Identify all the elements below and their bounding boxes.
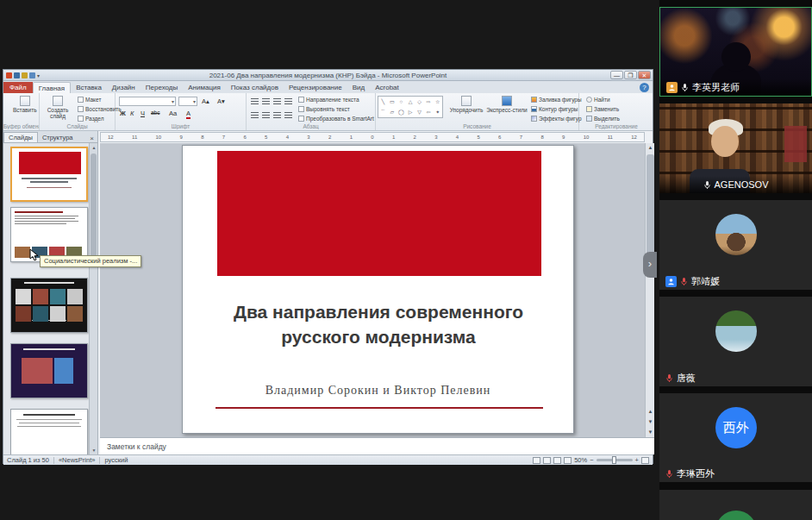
- indent-increase-icon[interactable]: [284, 98, 292, 104]
- notes-pane[interactable]: Заметки к слайду: [100, 437, 654, 454]
- paste-button[interactable]: Вставить: [13, 96, 37, 113]
- ribbon-tab[interactable]: Вставка: [71, 82, 107, 93]
- shape-icon[interactable]: ▷: [406, 107, 415, 117]
- slide-thumbnail-4[interactable]: [10, 343, 88, 398]
- title-bar[interactable]: ▾ 2021-06 Два направления модернизма (КН…: [3, 70, 653, 81]
- scrollbar-thumb[interactable]: [91, 153, 97, 257]
- reading-view-icon[interactable]: [553, 457, 561, 464]
- thumbnail-scrollbar[interactable]: ▲ ▼: [89, 143, 97, 454]
- section-button[interactable]: Раздел: [78, 116, 103, 122]
- italic-button[interactable]: К: [130, 110, 134, 117]
- zoom-in-icon[interactable]: +: [635, 456, 639, 464]
- tab-slides[interactable]: Слайды: [3, 132, 38, 142]
- panel-collapse-chevron-icon[interactable]: ›: [643, 252, 657, 278]
- justify-icon[interactable]: [284, 112, 292, 118]
- help-icon[interactable]: ?: [640, 83, 649, 92]
- zoom-out-icon[interactable]: −: [590, 456, 593, 464]
- smartart-button[interactable]: Преобразовать в SmartArt: [298, 116, 374, 122]
- slide-thumbnail-1[interactable]: [10, 147, 88, 202]
- shape-icon[interactable]: ◯: [397, 107, 406, 117]
- shape-icon[interactable]: ⇨: [424, 97, 434, 107]
- normal-view-icon[interactable]: [533, 457, 540, 464]
- language-indicator[interactable]: русский: [104, 456, 128, 464]
- close-button[interactable]: ✕: [638, 71, 651, 79]
- shape-icon[interactable]: ▽: [415, 107, 424, 117]
- ribbon-tab[interactable]: Переходы: [141, 82, 184, 93]
- font-color-button[interactable]: А: [186, 110, 191, 119]
- layout-button[interactable]: Макет: [78, 97, 101, 103]
- change-case-button[interactable]: Аа: [169, 110, 177, 117]
- shrink-font-button[interactable]: А▾: [217, 97, 225, 105]
- zoom-slider[interactable]: [597, 459, 633, 461]
- bullets-icon[interactable]: [251, 98, 259, 104]
- video-tile-3[interactable]: 郭靖媛: [659, 200, 812, 290]
- zoom-slider-thumb[interactable]: [612, 456, 616, 464]
- shape-effects-button[interactable]: Эффекты фигур: [531, 116, 582, 122]
- strikethrough-button[interactable]: abc: [151, 110, 159, 116]
- grow-font-button[interactable]: А▴: [202, 97, 209, 105]
- maximize-button[interactable]: ❐: [624, 71, 637, 79]
- previous-slide-icon[interactable]: ▲: [646, 407, 655, 417]
- new-slide-button[interactable]: Создать слайд: [42, 96, 73, 119]
- vertical-scrollbar[interactable]: ▲ ▲ ▼ ▼: [645, 143, 654, 437]
- scroll-up-icon[interactable]: ▲: [90, 143, 98, 152]
- arrange-button[interactable]: Упорядочить: [448, 96, 484, 113]
- ribbon-tab[interactable]: Главная: [33, 82, 71, 93]
- shape-icon[interactable]: ╲: [378, 97, 388, 107]
- slide-red-banner[interactable]: [217, 151, 541, 276]
- ribbon-tab[interactable]: Дизайн: [107, 82, 141, 93]
- text-direction-button[interactable]: Направление текста: [298, 97, 359, 103]
- file-tab[interactable]: Файл: [3, 82, 33, 93]
- slide-canvas[interactable]: Два направления современного русского мо…: [100, 143, 645, 437]
- find-button[interactable]: Найти: [586, 97, 610, 103]
- align-left-icon[interactable]: [251, 112, 259, 118]
- ribbon-tab[interactable]: Рецензирование: [284, 82, 347, 93]
- video-tile-1[interactable]: 李英男老师: [659, 7, 812, 97]
- minimize-button[interactable]: —: [610, 71, 623, 79]
- tab-outline[interactable]: Структура: [38, 133, 78, 142]
- shape-fill-button[interactable]: Заливка фигуры: [531, 97, 582, 103]
- shape-icon[interactable]: ○: [397, 97, 406, 107]
- underline-button[interactable]: Ч: [141, 110, 145, 117]
- ribbon-tab[interactable]: Acrobat: [370, 82, 404, 93]
- ribbon-tab[interactable]: Показ слайдов: [226, 82, 284, 93]
- font-name-combo[interactable]: ▾: [119, 97, 176, 106]
- indent-decrease-icon[interactable]: [273, 98, 281, 104]
- shape-icon[interactable]: ✦: [433, 107, 442, 117]
- slide-thumbnail-2[interactable]: [10, 207, 88, 262]
- numbering-icon[interactable]: [262, 98, 270, 104]
- video-tile-5[interactable]: 西外 李琳西外: [659, 393, 812, 482]
- panel-close-icon[interactable]: ×: [86, 135, 97, 142]
- ribbon-tab[interactable]: Анимация: [183, 82, 226, 93]
- select-button[interactable]: Выделить: [586, 116, 620, 122]
- shape-icon[interactable]: ☆: [433, 97, 442, 107]
- slide-sorter-view-icon[interactable]: [543, 457, 551, 464]
- video-tile-2[interactable]: AGENOSOV: [659, 103, 812, 193]
- video-tile-6-partial[interactable]: [659, 490, 812, 520]
- shape-icon[interactable]: ⌒: [378, 107, 388, 117]
- fit-to-window-icon[interactable]: [641, 457, 649, 464]
- quick-styles-button[interactable]: Экспресс-стили: [486, 96, 528, 113]
- scroll-up-icon[interactable]: ▲: [646, 143, 655, 153]
- scroll-down-icon[interactable]: ▼: [646, 428, 655, 437]
- ribbon-tab[interactable]: Вид: [347, 82, 370, 93]
- shape-icon[interactable]: △: [406, 97, 415, 107]
- font-size-combo[interactable]: ▾: [178, 97, 197, 106]
- slide-title[interactable]: Два направления современного русского мо…: [197, 299, 559, 349]
- align-text-button[interactable]: Выровнять текст: [298, 106, 350, 112]
- shape-icon[interactable]: ◇: [415, 97, 424, 107]
- slideshow-view-icon[interactable]: [564, 457, 572, 464]
- current-slide[interactable]: Два направления современного русского мо…: [182, 145, 574, 434]
- align-center-icon[interactable]: [262, 112, 270, 118]
- slide-thumbnail-5[interactable]: [10, 409, 88, 454]
- shape-icon[interactable]: ▭: [388, 97, 397, 107]
- align-right-icon[interactable]: [273, 112, 281, 118]
- bold-button[interactable]: Ж: [120, 110, 126, 117]
- replace-button[interactable]: Заменить: [586, 106, 619, 112]
- zoom-percent[interactable]: 50%: [574, 456, 587, 464]
- slide-thumbnail-3[interactable]: [10, 278, 88, 333]
- scroll-down-icon[interactable]: ▼: [90, 446, 98, 454]
- next-slide-icon[interactable]: ▼: [646, 417, 655, 427]
- slide-subtitle[interactable]: Владимир Сорокин и Виктор Пелевин: [183, 384, 573, 398]
- shape-icon[interactable]: ⇦: [424, 107, 434, 117]
